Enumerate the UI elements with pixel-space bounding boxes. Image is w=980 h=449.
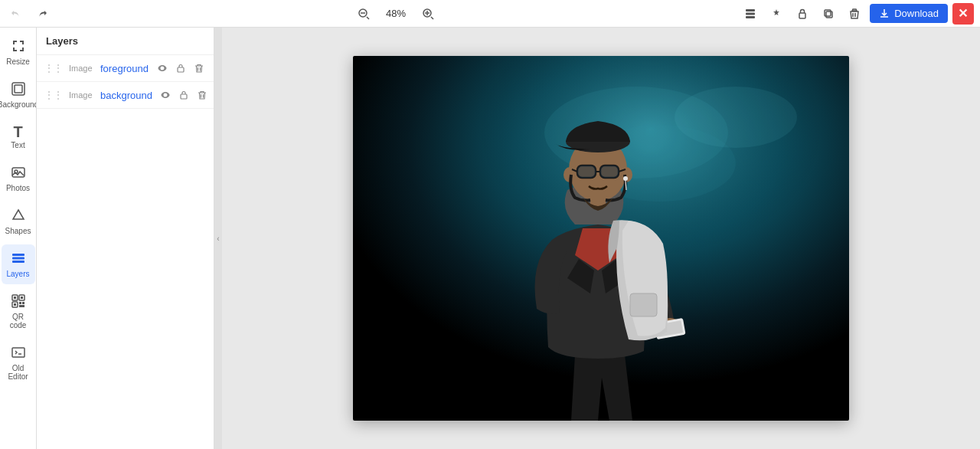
sidebar-item-qrcode[interactable]: QR code (2, 287, 35, 336)
duplicate-icon-btn[interactable] (818, 3, 839, 25)
svg-rect-29 (19, 305, 24, 307)
lock-icon-btn[interactable] (792, 3, 813, 25)
svg-rect-7 (746, 9, 755, 11)
zoom-out-button[interactable] (353, 3, 374, 25)
layer-type-background: Image (69, 90, 96, 100)
layer-actions-background (157, 87, 211, 103)
svg-rect-26 (14, 303, 16, 306)
layers-panel-header: Layers (37, 28, 214, 55)
toolbar-left (6, 3, 52, 25)
top-toolbar: 48% Download ✕ (0, 0, 980, 28)
sidebar-item-label-resize: Resize (6, 57, 30, 66)
svg-rect-41 (630, 293, 657, 316)
svg-rect-11 (826, 11, 832, 18)
sidebar-item-background[interactable]: Background (2, 75, 35, 115)
panel-collapse-handle[interactable]: ‹ (214, 28, 222, 449)
svg-rect-53 (600, 166, 619, 178)
resize-icon (11, 38, 26, 56)
collapse-arrow-icon: ‹ (217, 234, 219, 243)
sidebar-item-label-background: Background (0, 100, 37, 109)
left-sidebar: Resize Background T Text Photos Shapes (0, 28, 37, 449)
layer-delete-background[interactable] (194, 87, 211, 103)
svg-rect-31 (178, 67, 184, 72)
layer-item-background[interactable]: ⋮⋮ Image background (37, 82, 214, 109)
sidebar-item-label-shapes: Shapes (5, 227, 31, 235)
sidebar-item-oldeditor[interactable]: Old Editor (2, 339, 35, 387)
layers-icon (11, 251, 26, 268)
layer-lock-foreground[interactable] (172, 60, 189, 77)
background-icon (11, 81, 26, 99)
photos-icon (11, 165, 26, 182)
layer-delete-foreground[interactable] (191, 60, 207, 77)
sidebar-item-text[interactable]: T Text (2, 118, 35, 156)
svg-point-54 (623, 176, 628, 181)
oldeditor-icon (11, 345, 26, 362)
svg-rect-12 (825, 10, 831, 16)
sidebar-item-photos[interactable]: Photos (2, 159, 35, 198)
layer-name-background: background (100, 90, 152, 101)
svg-rect-9 (746, 16, 755, 18)
undo-button[interactable] (6, 3, 28, 25)
svg-rect-19 (12, 257, 24, 260)
layer-name-foreground: foreground (100, 63, 149, 74)
zoom-in-button[interactable] (417, 3, 439, 25)
text-icon: T (13, 124, 22, 139)
toolbar-center: 48% (353, 3, 439, 25)
toolbar-right: Download ✕ (740, 3, 974, 25)
svg-rect-24 (21, 297, 23, 299)
layers-panel: Layers ⋮⋮ Image foreground ⋮⋮ Image (37, 28, 214, 449)
layer-lock-background[interactable] (175, 87, 192, 103)
drag-handle-background: ⋮⋮ (43, 88, 64, 102)
sidebar-item-label-qrcode: QR code (5, 313, 32, 329)
sidebar-item-label-layers: Layers (6, 270, 29, 278)
layer-type-foreground: Image (69, 64, 96, 73)
svg-rect-8 (746, 12, 755, 15)
svg-marker-17 (13, 210, 24, 219)
sidebar-item-shapes[interactable]: Shapes (2, 202, 35, 241)
qrcode-icon (11, 293, 26, 311)
sidebar-item-label-oldeditor: Old Editor (5, 364, 32, 381)
svg-rect-22 (14, 297, 16, 299)
svg-line-2 (367, 17, 369, 19)
layers-panel-title: Layers (46, 35, 78, 47)
shapes-icon (11, 208, 26, 225)
redo-button[interactable] (31, 3, 52, 25)
svg-rect-20 (12, 261, 24, 263)
canvas-image (353, 56, 849, 421)
svg-rect-30 (12, 348, 24, 357)
svg-line-6 (431, 17, 433, 19)
svg-rect-14 (15, 85, 22, 93)
download-label: Download (894, 8, 939, 19)
sidebar-item-label-photos: Photos (6, 184, 30, 192)
main-content: Resize Background T Text Photos Shapes (0, 28, 980, 449)
svg-rect-32 (181, 94, 187, 99)
close-button[interactable]: ✕ (952, 3, 974, 25)
download-button[interactable]: Download (870, 4, 948, 23)
drag-handle-foreground: ⋮⋮ (43, 61, 64, 75)
layer-actions-foreground (154, 60, 207, 77)
layer-visibility-background[interactable] (157, 87, 174, 103)
zoom-level: 48% (381, 8, 411, 19)
sidebar-item-layers[interactable]: Layers (2, 244, 35, 284)
layer-item-foreground[interactable]: ⋮⋮ Image foreground (37, 55, 214, 82)
svg-rect-52 (577, 166, 596, 178)
sidebar-item-resize[interactable]: Resize (2, 32, 35, 72)
svg-rect-18 (12, 254, 24, 256)
sidebar-item-label-text: Text (11, 141, 24, 149)
svg-rect-28 (22, 302, 24, 304)
canvas-area (222, 28, 980, 449)
canvas-content (353, 56, 849, 421)
svg-rect-15 (12, 168, 24, 177)
svg-rect-10 (799, 13, 805, 18)
layers-icon-btn[interactable] (740, 3, 761, 25)
delete-icon-btn[interactable] (844, 3, 865, 25)
svg-rect-27 (19, 302, 21, 304)
layer-visibility-foreground[interactable] (154, 60, 171, 77)
magic-icon-btn[interactable] (766, 3, 787, 25)
